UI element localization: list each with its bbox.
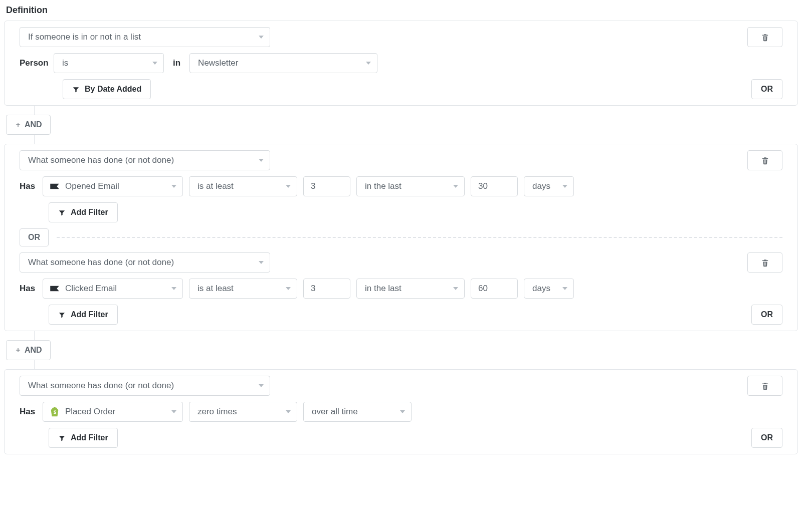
event-value: Placed Order	[65, 407, 115, 417]
chevron-down-icon	[171, 185, 176, 188]
list-name-select[interactable]: Newsletter	[189, 53, 377, 73]
chevron-down-icon	[259, 159, 264, 162]
event-select[interactable]: Opened Email	[43, 176, 183, 196]
time-unit-select[interactable]: days	[524, 176, 574, 196]
chevron-down-icon	[171, 410, 176, 413]
condition-group-2: What someone has done (or not done) Has …	[4, 144, 798, 331]
has-label: Has	[20, 181, 37, 191]
chevron-down-icon	[366, 62, 371, 65]
and-button[interactable]: AND	[6, 340, 51, 360]
time-value-input[interactable]	[471, 279, 518, 299]
delete-condition-button[interactable]	[747, 150, 782, 170]
by-date-added-label: By Date Added	[85, 85, 141, 94]
or-label: OR	[761, 310, 773, 319]
trash-icon	[761, 258, 769, 267]
condition-type-value: If someone is in or not in a list	[28, 32, 141, 42]
chevron-down-icon	[400, 410, 405, 413]
funnel-icon	[72, 86, 80, 93]
connector-line	[34, 135, 35, 144]
comparator-select[interactable]: is at least	[189, 279, 297, 299]
chevron-down-icon	[286, 410, 291, 413]
count-input[interactable]	[303, 176, 350, 196]
timeframe-select[interactable]: in the last	[356, 279, 465, 299]
add-filter-button[interactable]: Add Filter	[49, 428, 118, 448]
plus-icon	[15, 347, 22, 354]
funnel-icon	[58, 434, 66, 442]
funnel-icon	[58, 209, 66, 216]
operator-value: is	[62, 58, 68, 68]
comparator-select[interactable]: is at least	[189, 176, 297, 196]
or-badge[interactable]: OR	[20, 228, 49, 246]
chevron-down-icon	[152, 62, 157, 65]
timeframe-select[interactable]: over all time	[303, 402, 412, 422]
or-label: OR	[761, 433, 773, 442]
time-value-input[interactable]	[471, 176, 518, 196]
or-button[interactable]: OR	[751, 79, 782, 99]
timeframe-value: in the last	[365, 284, 402, 294]
has-label: Has	[20, 407, 37, 417]
has-label: Has	[20, 284, 37, 294]
by-date-added-button[interactable]: By Date Added	[63, 79, 151, 99]
chevron-down-icon	[453, 185, 458, 188]
condition-type-select[interactable]: What someone has done (or not done)	[20, 252, 270, 273]
or-label: OR	[761, 85, 773, 94]
or-button[interactable]: OR	[751, 428, 782, 448]
delete-condition-button[interactable]	[747, 252, 782, 273]
chevron-down-icon	[259, 261, 264, 264]
add-filter-label: Add Filter	[71, 208, 108, 217]
connector-line	[34, 331, 35, 340]
or-button[interactable]: OR	[751, 305, 782, 325]
condition-type-value: What someone has done (or not done)	[28, 257, 174, 268]
comparator-value: is at least	[197, 284, 234, 294]
trash-icon	[761, 382, 769, 390]
chevron-down-icon	[562, 287, 567, 290]
and-button[interactable]: AND	[6, 115, 51, 135]
delete-condition-button[interactable]	[747, 376, 782, 396]
klaviyo-flag-icon	[49, 284, 60, 293]
membership-operator-select[interactable]: is	[54, 53, 164, 73]
delete-condition-button[interactable]	[747, 27, 782, 47]
add-filter-button[interactable]: Add Filter	[49, 202, 118, 222]
time-unit-value: days	[532, 181, 550, 191]
event-value: Opened Email	[65, 181, 119, 191]
shopify-bag-icon	[49, 407, 60, 416]
condition-group-1: If someone is in or not in a list Person…	[4, 21, 798, 106]
chevron-down-icon	[453, 287, 458, 290]
chevron-down-icon	[286, 287, 291, 290]
event-select[interactable]: Clicked Email	[43, 279, 183, 299]
chevron-down-icon	[171, 287, 176, 290]
condition-type-select[interactable]: What someone has done (or not done)	[20, 376, 270, 396]
in-label: in	[170, 58, 183, 68]
page-title: Definition	[6, 5, 798, 16]
condition-type-value: What someone has done (or not done)	[28, 155, 174, 165]
condition-group-3: What someone has done (or not done) Has …	[4, 369, 798, 454]
trash-icon	[761, 33, 769, 42]
connector-line	[34, 106, 35, 115]
time-unit-select[interactable]: days	[524, 279, 574, 299]
dashed-line	[57, 237, 782, 238]
chevron-down-icon	[286, 185, 291, 188]
timeframe-value: in the last	[365, 181, 402, 191]
condition-type-select[interactable]: If someone is in or not in a list	[20, 27, 270, 47]
timeframe-select[interactable]: in the last	[356, 176, 465, 196]
condition-type-select[interactable]: What someone has done (or not done)	[20, 150, 270, 170]
add-filter-button[interactable]: Add Filter	[49, 305, 118, 325]
timeframe-value: over all time	[312, 407, 358, 417]
trash-icon	[761, 156, 769, 165]
chevron-down-icon	[259, 36, 264, 39]
funnel-icon	[58, 311, 66, 319]
person-label: Person	[20, 58, 48, 68]
time-unit-value: days	[532, 284, 550, 294]
chevron-down-icon	[259, 384, 264, 387]
comparator-value: zero times	[197, 407, 237, 417]
event-value: Clicked Email	[65, 284, 117, 294]
comparator-select[interactable]: zero times	[189, 402, 297, 422]
comparator-value: is at least	[197, 181, 234, 191]
event-select[interactable]: Placed Order	[43, 402, 183, 422]
count-input[interactable]	[303, 279, 350, 299]
connector-line	[34, 360, 35, 369]
and-label: AND	[25, 120, 42, 129]
add-filter-label: Add Filter	[71, 433, 108, 442]
klaviyo-flag-icon	[49, 182, 60, 191]
add-filter-label: Add Filter	[71, 310, 108, 319]
